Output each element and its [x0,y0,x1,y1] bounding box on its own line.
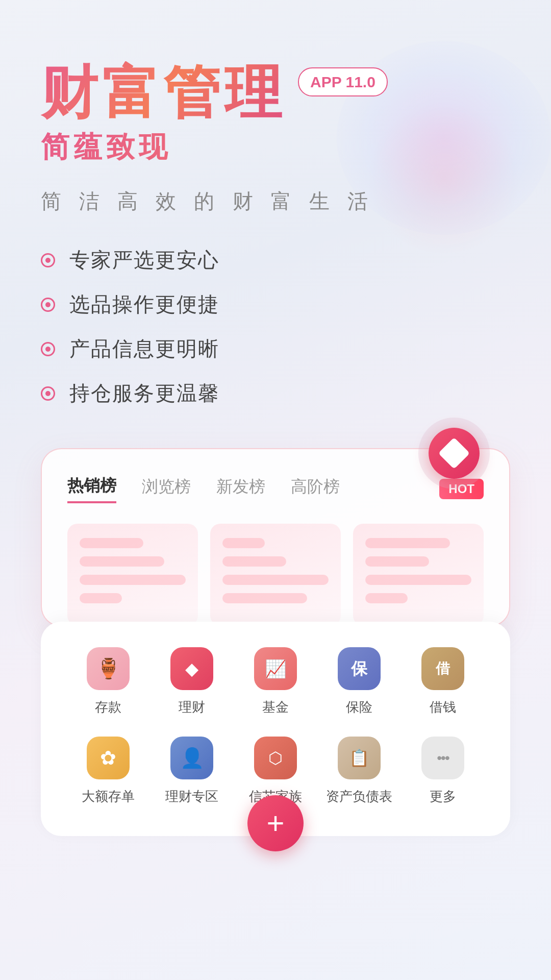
product-line [80,556,164,567]
nav-label-fund: 基金 [262,698,289,716]
expert-icon: 👤 [170,737,213,779]
title-row: 财富管理 APP 11.0 [41,61,510,124]
tab-new[interactable]: 新发榜 [216,476,265,502]
floating-btn-inner [429,428,480,479]
bullet-icon [41,253,55,267]
product-line [80,575,186,585]
wealth-icon: ◆ [170,647,213,690]
nav-item-insurance[interactable]: 保 保险 [322,647,396,716]
nav-label-bigdeposit: 大额存单 [82,788,135,805]
fund-icon: 📈 [254,647,297,690]
bottom-nav-card: 🏺 存款 ◆ 理财 📈 基金 [41,622,510,836]
feature-item: 专家严选更安心 [41,246,510,274]
product-line [222,575,329,585]
product-card-2[interactable] [210,524,341,626]
product-line [80,593,122,603]
feature-text: 持仓服务更温馨 [69,379,219,407]
feature-item: 持仓服务更温馨 [41,379,510,407]
product-line [222,556,286,567]
nav-grid: 🏺 存款 ◆ 理财 📈 基金 [71,647,480,805]
main-title-line1: 财富管理 [41,61,286,124]
tab-browse[interactable]: 浏览榜 [142,476,191,502]
tagline: 简 洁 高 效 的 财 富 生 活 [41,187,510,215]
xin-icon: ⬡ [254,737,297,779]
nav-label-asset: 资产负债表 [326,788,392,805]
product-card-1[interactable] [67,524,198,626]
diamond-icon [438,437,470,469]
nav-item-wealth[interactable]: ◆ 理财 [155,647,229,716]
asset-icon: 📋 [338,737,381,779]
nav-item-deposit[interactable]: 🏺 存款 [71,647,145,716]
more-icon: ••• [421,737,464,779]
nav-label-loan: 借钱 [430,698,456,716]
nav-item-more[interactable]: ••• 更多 [406,737,480,805]
insurance-icon: 保 [338,647,381,690]
nav-item-loan[interactable]: 借 借钱 [406,647,480,716]
hero-section: 财富管理 APP 11.0 简蕴致现 简 洁 高 效 的 财 富 生 活 [41,61,510,215]
feature-item: 产品信息更明晰 [41,335,510,363]
tab-advanced[interactable]: 高阶榜 [291,476,340,502]
product-line [365,538,450,548]
nav-label-wealth: 理财 [179,698,205,716]
product-line [80,538,143,548]
bigdeposit-icon: ✿ [87,737,130,779]
bullet-icon [41,342,55,356]
nav-label-more: 更多 [430,788,456,805]
product-line [365,593,408,603]
products-row [67,524,484,626]
bullet-icon [41,298,55,312]
nav-label-expert: 理财专区 [165,788,218,805]
nav-item-expert[interactable]: 👤 理财专区 [155,737,229,805]
floating-btn-circle [418,418,490,489]
product-line [365,556,429,567]
feature-text: 产品信息更明晰 [69,335,219,363]
nav-item-bigdeposit[interactable]: ✿ 大额存单 [71,737,145,805]
nav-item-asset[interactable]: 📋 资产负债表 [322,737,396,805]
floating-diamond-btn[interactable] [418,418,490,489]
version-badge: APP 11.0 [298,67,388,96]
deposit-icon: 🏺 [87,647,130,690]
mock-ui-wrapper: 热销榜 浏览榜 新发榜 高阶榜 HOT [41,448,510,836]
fab-plus-icon: + [266,808,284,839]
nav-label-deposit: 存款 [95,698,121,716]
feature-item: 选品操作更便捷 [41,290,510,318]
features-list: 专家严选更安心 选品操作更便捷 产品信息更明晰 持仓服务更温馨 [41,246,510,407]
tab-hot-sales[interactable]: 热销榜 [67,475,116,503]
main-title-line2: 简蕴致现 [41,128,510,167]
nav-label-insurance: 保险 [346,698,372,716]
nav-item-fund[interactable]: 📈 基金 [239,647,312,716]
product-card-3[interactable] [353,524,484,626]
fab-add-button[interactable]: + [247,795,304,851]
bullet-icon [41,386,55,401]
product-line [365,575,471,585]
page-container: 财富管理 APP 11.0 简蕴致现 简 洁 高 效 的 财 富 生 活 专家严… [0,0,551,980]
product-line [222,538,265,548]
product-line [222,593,307,603]
loan-icon: 借 [421,647,464,690]
feature-text: 选品操作更便捷 [69,290,219,318]
feature-text: 专家严选更安心 [69,246,219,274]
